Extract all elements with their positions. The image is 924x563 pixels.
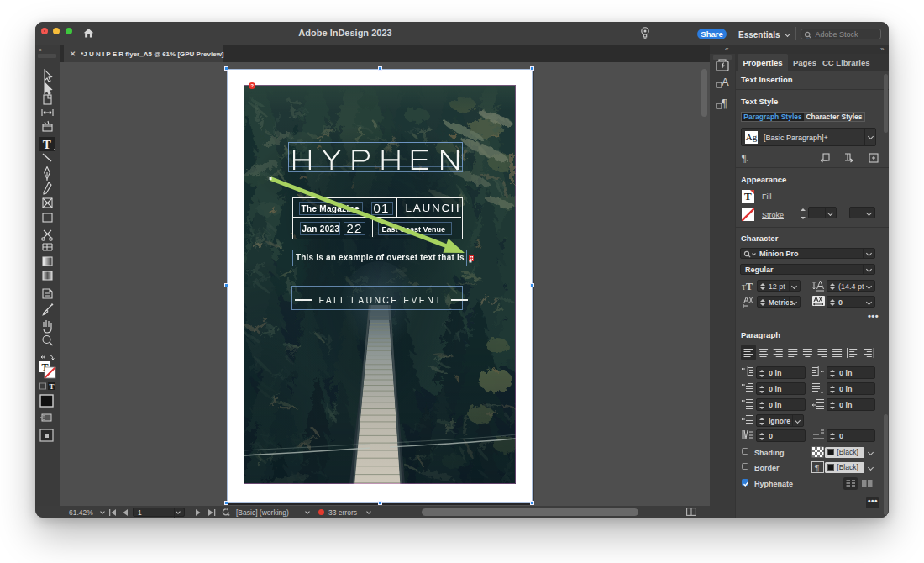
svg-text:A: A [722,76,729,88]
svg-text:¶: ¶ [722,97,727,110]
svg-text:T: T [49,382,54,391]
svg-text:T: T [43,138,51,151]
svg-text:¶: ¶ [815,462,819,472]
